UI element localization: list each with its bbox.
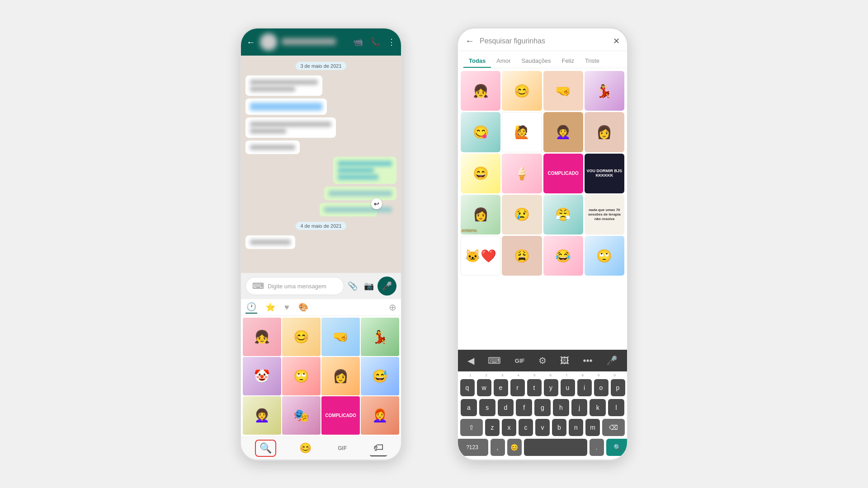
- search-sticker-8[interactable]: 👩: [585, 112, 624, 152]
- keyboard-back-button[interactable]: ◀: [464, 353, 478, 368]
- keyboard-mic-button[interactable]: 🎤: [603, 353, 621, 368]
- key-o[interactable]: o: [594, 379, 609, 396]
- search-sticker-6[interactable]: 🙋: [502, 112, 542, 152]
- sticker-search-button[interactable]: 🔍: [255, 440, 276, 457]
- key-c[interactable]: c: [519, 419, 533, 436]
- sticker-item-11[interactable]: COMPLICADO: [321, 396, 360, 435]
- tab-feliz[interactable]: Feliz: [556, 55, 579, 68]
- search-sticker-4[interactable]: 💃: [585, 71, 624, 111]
- numbers-key[interactable]: ?123: [457, 439, 488, 456]
- search-sticker-14[interactable]: 😢: [502, 195, 542, 235]
- contact-avatar[interactable]: [260, 33, 277, 51]
- key-b[interactable]: b: [552, 419, 566, 436]
- search-sticker-2[interactable]: 😊: [502, 71, 542, 111]
- key-s[interactable]: s: [479, 399, 495, 416]
- search-close-button[interactable]: ✕: [613, 36, 620, 46]
- keyboard-more-button[interactable]: •••: [579, 354, 596, 368]
- search-sticker-5[interactable]: 😋: [461, 112, 500, 152]
- tab-amor[interactable]: Amor: [491, 55, 516, 68]
- sticker-item-8[interactable]: 😅: [361, 357, 399, 395]
- key-m[interactable]: m: [585, 419, 600, 436]
- sticker-item-7[interactable]: 👩: [321, 357, 360, 395]
- key-x[interactable]: x: [502, 419, 516, 436]
- search-sticker-18[interactable]: 😩: [502, 236, 542, 276]
- search-sticker-15[interactable]: 😤: [543, 195, 583, 235]
- sticker-item-4[interactable]: 💃: [361, 318, 399, 356]
- key-l[interactable]: l: [608, 399, 624, 416]
- key-r[interactable]: r: [510, 379, 525, 396]
- tab-saudacoes[interactable]: Saudações: [516, 55, 556, 68]
- comma-key[interactable]: ,: [491, 439, 505, 456]
- add-sticker-pack-button[interactable]: ⊕: [389, 302, 396, 313]
- key-w[interactable]: w: [477, 379, 491, 396]
- sticker-item-5[interactable]: 🤡: [243, 357, 281, 395]
- search-sticker-17[interactable]: 🐱❤️: [461, 236, 500, 276]
- voice-call-icon[interactable]: 📞: [370, 37, 380, 47]
- tab-todas[interactable]: Todas: [463, 55, 491, 68]
- key-z[interactable]: z: [485, 419, 500, 436]
- search-icon: 🔍: [259, 442, 272, 454]
- search-sticker-9[interactable]: 😄: [461, 154, 500, 193]
- message-input-field[interactable]: ⌨ Digite uma mensagem: [245, 277, 344, 295]
- more-options-icon[interactable]: ⋮: [387, 37, 396, 47]
- backspace-key[interactable]: ⌫: [602, 419, 625, 436]
- video-call-icon[interactable]: 📹: [353, 37, 363, 47]
- search-enter-key[interactable]: 🔍: [606, 439, 629, 456]
- search-sticker-3[interactable]: 🤜: [543, 71, 583, 111]
- search-sticker-11[interactable]: COMPLICADO: [543, 154, 583, 193]
- search-sticker-10[interactable]: 🍦: [502, 154, 542, 193]
- sticker-bottom-nav: 🔍 😊 GIF 🏷: [241, 436, 401, 460]
- shift-key[interactable]: ⇧: [460, 419, 483, 436]
- period-key[interactable]: .: [590, 439, 604, 456]
- sticker-tab-recent[interactable]: 🕐: [245, 301, 257, 314]
- key-v[interactable]: v: [535, 419, 550, 436]
- space-key[interactable]: [524, 439, 587, 456]
- keyboard-gif-button[interactable]: GIF: [511, 356, 528, 366]
- sticker-item-6[interactable]: 🙄: [282, 357, 321, 395]
- search-sticker-7[interactable]: 👩‍🦱: [543, 112, 583, 152]
- search-back-button[interactable]: ←: [465, 36, 474, 46]
- search-sticker-20[interactable]: 🙄: [585, 236, 624, 276]
- search-sticker-12[interactable]: VOU DORMIR BJS KKKKKK: [585, 154, 624, 193]
- key-t[interactable]: t: [527, 379, 542, 396]
- key-p[interactable]: p: [611, 379, 625, 396]
- tab-triste[interactable]: Triste: [580, 55, 605, 68]
- search-sticker-16[interactable]: nada que umas 70 sessões de terapia não …: [585, 195, 624, 235]
- mic-button[interactable]: 🎤: [377, 277, 396, 296]
- sticker-nav-button[interactable]: 🏷: [370, 440, 387, 456]
- key-h[interactable]: h: [553, 399, 569, 416]
- gif-nav-button[interactable]: GIF: [334, 443, 350, 453]
- key-k[interactable]: k: [590, 399, 606, 416]
- key-q[interactable]: q: [460, 379, 475, 396]
- sticker-tab-custom[interactable]: 🎨: [297, 301, 309, 313]
- sticker-item-12[interactable]: 👩‍🦰: [361, 396, 399, 435]
- sticker-item-10[interactable]: 🎭: [282, 396, 321, 435]
- sticker-tab-starred[interactable]: ⭐: [264, 301, 276, 313]
- search-sticker-1[interactable]: 👧: [461, 71, 500, 111]
- key-y[interactable]: y: [544, 379, 558, 396]
- keyboard-emoji-button[interactable]: ⌨: [484, 353, 505, 368]
- sticker-item-9[interactable]: 👩‍🦱: [243, 396, 281, 435]
- key-i[interactable]: i: [577, 379, 592, 396]
- key-j[interactable]: j: [571, 399, 588, 416]
- key-n[interactable]: n: [569, 419, 583, 436]
- keyboard-translate-button[interactable]: 🖼: [557, 354, 573, 368]
- back-button[interactable]: ←: [246, 37, 255, 47]
- key-u[interactable]: u: [561, 379, 575, 396]
- sticker-item-1[interactable]: 👧: [243, 318, 281, 356]
- camera-icon[interactable]: 📷: [364, 281, 374, 291]
- key-d[interactable]: d: [498, 399, 514, 416]
- emoji-key[interactable]: 😊: [507, 439, 522, 456]
- emoji-nav-button[interactable]: 😊: [296, 441, 315, 456]
- sticker-tab-heart[interactable]: ♥: [283, 302, 290, 313]
- key-e[interactable]: e: [494, 379, 508, 396]
- key-a[interactable]: a: [461, 399, 477, 416]
- search-sticker-13[interactable]: 👩 ATENTA: [461, 195, 500, 235]
- key-g[interactable]: g: [534, 399, 551, 416]
- search-sticker-19[interactable]: 😂: [543, 236, 583, 276]
- sticker-item-3[interactable]: 🤜: [321, 318, 360, 356]
- attachment-icon[interactable]: 📎: [348, 281, 358, 291]
- keyboard-settings-button[interactable]: ⚙: [535, 353, 550, 368]
- sticker-item-2[interactable]: 😊: [282, 318, 321, 356]
- key-f[interactable]: f: [516, 399, 532, 416]
